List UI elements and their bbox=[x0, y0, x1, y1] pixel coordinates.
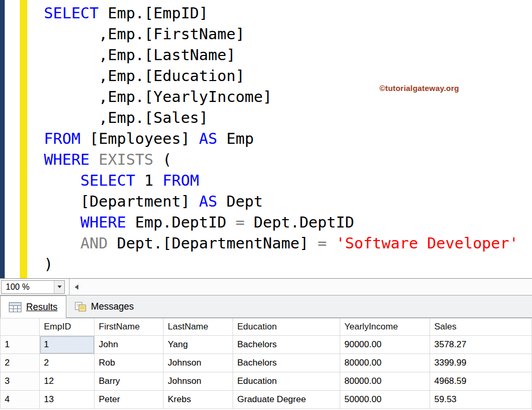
code-line: ,Emp.[Sales] bbox=[44, 107, 518, 128]
sql-code[interactable]: SELECT Emp.[EmpID] ,Emp.[FirstName] ,Emp… bbox=[44, 3, 518, 275]
code-token: SELECT bbox=[44, 4, 99, 22]
tab-messages-label: Messages bbox=[91, 301, 134, 312]
code-line: ,Emp.[LastName] bbox=[44, 44, 518, 65]
grid-cell[interactable]: Krebs bbox=[164, 391, 233, 409]
grid-cell[interactable]: 80000.00 bbox=[340, 372, 430, 391]
code-token bbox=[327, 234, 336, 252]
grid-cell[interactable]: Graduate Degree bbox=[233, 391, 340, 409]
code-token bbox=[89, 151, 98, 168]
code-line: SELECT 1 FROM bbox=[44, 170, 518, 191]
results-tabbar: Results Messages bbox=[0, 295, 532, 318]
grid-cell[interactable]: Rob bbox=[95, 354, 164, 372]
grid-cell[interactable]: 59.53 bbox=[430, 391, 532, 409]
code-token: EXISTS bbox=[99, 151, 154, 168]
grid-cell[interactable]: Peter bbox=[95, 391, 164, 409]
arrow-left-icon bbox=[75, 284, 78, 290]
zoom-combo[interactable]: 100 % bbox=[1, 280, 65, 294]
code-token: Emp bbox=[217, 130, 254, 147]
zoom-dropdown-button[interactable] bbox=[54, 281, 64, 293]
grid-header-row: EmpIDFirstNameLastNameEducationYearlyInc… bbox=[1, 318, 532, 336]
query-editor[interactable]: SELECT Emp.[EmpID] ,Emp.[FirstName] ,Emp… bbox=[0, 0, 532, 278]
ssms-query-window: SELECT Emp.[EmpID] ,Emp.[FirstName] ,Emp… bbox=[0, 0, 532, 410]
code-line: ) bbox=[44, 254, 518, 275]
code-token: ,Emp.[FirstName] bbox=[44, 25, 245, 43]
messages-icon bbox=[75, 302, 86, 312]
table-row: 11JohnYangBachelors90000.003578.27 bbox=[1, 336, 532, 354]
grid-cell[interactable]: 4968.59 bbox=[430, 372, 532, 391]
code-token: Emp.[EmpID] bbox=[99, 4, 209, 22]
grid-cell[interactable]: 80000.00 bbox=[340, 354, 430, 372]
grid-cell[interactable]: 90000.00 bbox=[340, 336, 430, 354]
code-line: WHERE Emp.DeptID = Dept.DeptID bbox=[44, 212, 518, 233]
code-line: ,Emp.[Education] bbox=[44, 65, 518, 86]
grid-cell[interactable]: 13 bbox=[40, 391, 95, 409]
tab-messages[interactable]: Messages bbox=[66, 295, 142, 317]
row-header[interactable]: 2 bbox=[1, 354, 40, 372]
code-line: AND Dept.[DepartmentName] = 'Software De… bbox=[44, 233, 518, 254]
row-header[interactable]: 1 bbox=[1, 336, 40, 354]
code-line: FROM [Employees] AS Emp bbox=[44, 128, 518, 149]
column-header-firstname[interactable]: FirstName bbox=[95, 318, 164, 336]
code-token: Emp.DeptID bbox=[126, 213, 236, 231]
grid-cell[interactable]: 2 bbox=[40, 354, 95, 372]
code-token bbox=[44, 172, 80, 189]
tab-results[interactable]: Results bbox=[0, 295, 66, 318]
grid-cell[interactable]: 50000.00 bbox=[340, 391, 430, 409]
results-grid: EmpIDFirstNameLastNameEducationYearlyInc… bbox=[0, 318, 532, 410]
code-token: [Employees] bbox=[80, 130, 199, 147]
row-header[interactable]: 4 bbox=[1, 391, 40, 409]
grid-cell[interactable]: 3578.27 bbox=[430, 336, 532, 354]
watermark-text: ©tutorialgateway.org bbox=[379, 84, 459, 93]
code-token: Dept bbox=[217, 192, 263, 210]
code-token: = bbox=[236, 213, 245, 231]
code-token: Dept.[DepartmentName] bbox=[108, 234, 318, 252]
table-row: 413PeterKrebsGraduate Degree50000.0059.5… bbox=[1, 391, 532, 409]
code-token: ) bbox=[44, 255, 53, 273]
grid-cell[interactable]: 1 bbox=[40, 336, 95, 354]
table-row: 312BarryJohnsonEducation80000.004968.59 bbox=[1, 372, 532, 391]
code-token: = bbox=[318, 234, 327, 252]
grid-cell[interactable]: Johnson bbox=[164, 354, 233, 372]
code-token: WHERE bbox=[80, 213, 126, 231]
code-token: Dept.DeptID bbox=[245, 213, 354, 231]
code-token: AS bbox=[199, 192, 217, 210]
code-token bbox=[44, 234, 80, 252]
grid-cell[interactable]: 12 bbox=[40, 372, 95, 391]
code-token: ( bbox=[154, 151, 172, 168]
results-table: EmpIDFirstNameLastNameEducationYearlyInc… bbox=[0, 318, 532, 409]
chevron-down-icon bbox=[57, 286, 62, 288]
grid-cell[interactable]: Johnson bbox=[164, 372, 233, 391]
row-header[interactable]: 3 bbox=[1, 372, 40, 391]
select-all-corner[interactable] bbox=[1, 318, 40, 336]
code-token: 'Software Developer' bbox=[336, 234, 518, 252]
window-left-edge bbox=[0, 0, 5, 278]
code-token: ,Emp.[Education] bbox=[44, 67, 245, 85]
column-header-lastname[interactable]: LastName bbox=[164, 318, 233, 336]
grid-cell[interactable]: 3399.99 bbox=[430, 354, 532, 372]
editor-selection-margin bbox=[5, 0, 20, 278]
code-line: SELECT Emp.[EmpID] bbox=[44, 3, 518, 24]
table-row: 22RobJohnsonBachelors80000.003399.99 bbox=[1, 354, 532, 372]
results-grid-icon bbox=[9, 302, 21, 312]
grid-cell[interactable]: Barry bbox=[95, 372, 164, 391]
grid-cell[interactable]: Yang bbox=[164, 336, 233, 354]
grid-cell[interactable]: Bachelors bbox=[233, 354, 340, 372]
column-header-education[interactable]: Education bbox=[233, 318, 340, 336]
column-header-sales[interactable]: Sales bbox=[430, 318, 532, 336]
code-token: 1 bbox=[135, 172, 163, 189]
grid-cell[interactable]: John bbox=[95, 336, 164, 354]
code-token: FROM bbox=[44, 130, 80, 147]
hscroll-left-button[interactable] bbox=[70, 279, 83, 295]
code-token: AND bbox=[80, 234, 108, 252]
code-line: WHERE EXISTS ( bbox=[44, 149, 518, 170]
grid-cell[interactable]: Education bbox=[233, 372, 340, 391]
code-line: [Department] AS Dept bbox=[44, 191, 518, 212]
column-header-yearlyincome[interactable]: YearlyIncome bbox=[340, 318, 430, 336]
tab-results-label: Results bbox=[26, 302, 57, 313]
code-token: SELECT bbox=[80, 172, 135, 189]
code-token bbox=[44, 213, 80, 231]
code-token: ,Emp.[Sales] bbox=[44, 109, 208, 127]
grid-cell[interactable]: Bachelors bbox=[233, 336, 340, 354]
code-token: ,Emp.[LastName] bbox=[44, 46, 236, 64]
column-header-empid[interactable]: EmpID bbox=[40, 318, 95, 336]
